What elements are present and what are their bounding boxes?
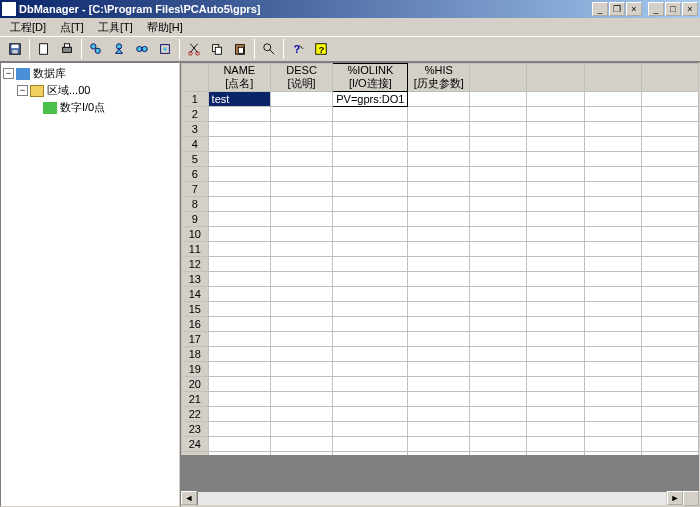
grid-cell[interactable]: [333, 122, 408, 137]
grid-cell[interactable]: [641, 167, 698, 182]
paste-button[interactable]: [229, 38, 251, 60]
help-button[interactable]: ?: [287, 38, 309, 60]
table-row[interactable]: 4: [182, 137, 699, 152]
grid-cell[interactable]: [271, 437, 333, 452]
grid-cell[interactable]: [527, 122, 584, 137]
menu-tools[interactable]: 工具[T]: [92, 19, 139, 36]
grid-cell[interactable]: [333, 242, 408, 257]
grid-cell[interactable]: [333, 212, 408, 227]
grid-cell[interactable]: [527, 152, 584, 167]
grid-cell[interactable]: [584, 377, 641, 392]
grid-cell[interactable]: [408, 437, 470, 452]
grid-cell[interactable]: [470, 302, 527, 317]
grid-cell[interactable]: [271, 167, 333, 182]
grid-cell[interactable]: [641, 332, 698, 347]
grid-cell[interactable]: [408, 302, 470, 317]
row-header[interactable]: 21: [182, 392, 209, 407]
grid-cell[interactable]: [208, 197, 270, 212]
grid-cell[interactable]: [527, 407, 584, 422]
row-header[interactable]: 6: [182, 167, 209, 182]
col-iolink-header[interactable]: %IOLINK[I/O连接]: [333, 64, 408, 92]
grid-cell[interactable]: [408, 107, 470, 122]
minimize-outer-button[interactable]: _: [648, 2, 664, 16]
grid-cell[interactable]: [208, 227, 270, 242]
grid-cell[interactable]: [271, 422, 333, 437]
grid-cell[interactable]: [527, 242, 584, 257]
table-row[interactable]: 5: [182, 152, 699, 167]
grid-cell[interactable]: [470, 317, 527, 332]
grid-cell[interactable]: [527, 272, 584, 287]
grid-cell[interactable]: [271, 362, 333, 377]
grid-cell[interactable]: [408, 362, 470, 377]
row-header[interactable]: 18: [182, 347, 209, 362]
horizontal-scrollbar[interactable]: ◄ ►: [181, 490, 699, 506]
grid-cell[interactable]: [271, 317, 333, 332]
minimize-button[interactable]: _: [592, 2, 608, 16]
row-header[interactable]: 10: [182, 227, 209, 242]
grid-cell[interactable]: [208, 167, 270, 182]
grid-cell[interactable]: [208, 362, 270, 377]
grid-scroll[interactable]: NAME[点名] DESC[说明] %IOLINK[I/O连接] %HIS[历史…: [181, 63, 699, 455]
about-button[interactable]: ?: [310, 38, 332, 60]
scroll-left-button[interactable]: ◄: [181, 491, 197, 505]
grid-cell[interactable]: [408, 182, 470, 197]
grid-cell[interactable]: [408, 422, 470, 437]
grid-cell[interactable]: [470, 212, 527, 227]
grid-cell[interactable]: [470, 182, 527, 197]
table-row[interactable]: 22: [182, 407, 699, 422]
grid-cell[interactable]: [271, 122, 333, 137]
grid-cell[interactable]: [208, 257, 270, 272]
row-header[interactable]: 1: [182, 92, 209, 107]
table-row[interactable]: 21: [182, 392, 699, 407]
row-header[interactable]: 23: [182, 422, 209, 437]
table-row[interactable]: 7: [182, 182, 699, 197]
grid-cell[interactable]: [408, 332, 470, 347]
table-row[interactable]: 13: [182, 272, 699, 287]
grid-cell[interactable]: [333, 317, 408, 332]
grid-cell[interactable]: [271, 197, 333, 212]
grid-cell[interactable]: [470, 167, 527, 182]
grid-cell[interactable]: [271, 137, 333, 152]
tool-d-button[interactable]: [154, 38, 176, 60]
grid-cell[interactable]: [208, 377, 270, 392]
grid-cell[interactable]: [271, 182, 333, 197]
table-row[interactable]: 8: [182, 197, 699, 212]
grid-cell[interactable]: [584, 167, 641, 182]
col-name-header[interactable]: NAME[点名]: [208, 64, 270, 92]
row-header[interactable]: 8: [182, 197, 209, 212]
row-header[interactable]: 3: [182, 122, 209, 137]
grid-cell[interactable]: [408, 392, 470, 407]
grid-cell[interactable]: [408, 257, 470, 272]
grid-cell[interactable]: [527, 362, 584, 377]
grid-cell[interactable]: [208, 212, 270, 227]
tool-c-button[interactable]: [131, 38, 153, 60]
col-empty-header[interactable]: [584, 64, 641, 92]
grid-cell[interactable]: [408, 92, 470, 107]
grid-cell[interactable]: [333, 272, 408, 287]
grid-cell[interactable]: [470, 152, 527, 167]
row-header[interactable]: 17: [182, 332, 209, 347]
grid-cell[interactable]: [584, 437, 641, 452]
menu-point[interactable]: 点[T]: [54, 19, 90, 36]
tree-root[interactable]: − 数据库: [3, 65, 177, 82]
grid-cell[interactable]: [470, 362, 527, 377]
grid-cell[interactable]: [527, 257, 584, 272]
grid-cell[interactable]: [584, 227, 641, 242]
grid-cell[interactable]: [333, 167, 408, 182]
grid-cell[interactable]: [527, 422, 584, 437]
find-button[interactable]: [258, 38, 280, 60]
grid-cell[interactable]: [333, 302, 408, 317]
grid-cell[interactable]: [527, 227, 584, 242]
grid-cell[interactable]: [527, 182, 584, 197]
grid-cell[interactable]: [470, 392, 527, 407]
grid-cell[interactable]: [584, 152, 641, 167]
print-button[interactable]: [56, 38, 78, 60]
grid-cell[interactable]: [641, 257, 698, 272]
tool-a-button[interactable]: [85, 38, 107, 60]
table-row[interactable]: 23: [182, 422, 699, 437]
maximize-button[interactable]: □: [665, 2, 681, 16]
grid-cell[interactable]: [584, 392, 641, 407]
copy-button[interactable]: [206, 38, 228, 60]
grid-cell[interactable]: [527, 332, 584, 347]
table-row[interactable]: 3: [182, 122, 699, 137]
